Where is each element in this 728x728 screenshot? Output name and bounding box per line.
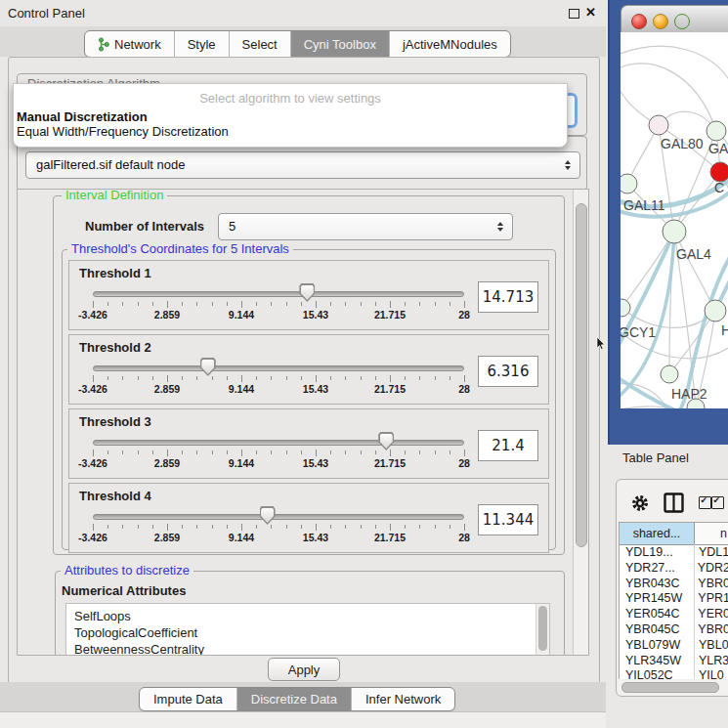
table-row[interactable]: YIL052CYIL0: [620, 668, 728, 679]
threshold-value-box[interactable]: 11.344: [478, 504, 538, 535]
slider-tick-labels: -3.4262.8599.14415.4321.71528: [93, 457, 464, 469]
tab-select[interactable]: Select: [230, 31, 291, 57]
table-row[interactable]: YDL19...YDL1: [620, 545, 728, 561]
spinner-arrows-icon[interactable]: [565, 160, 571, 170]
tab-label: Select: [242, 37, 278, 52]
settings-scroll-pane: Interval Definition Number of Intervals …: [17, 189, 589, 656]
table-panel-window: shared...n YDL19...YDL1YDR27...YDR2YBR04…: [616, 479, 728, 697]
threshold-value-box[interactable]: 21.4: [478, 430, 538, 461]
table-cell: YDR2: [693, 561, 728, 577]
slider-tick-labels: -3.4262.8599.14415.4321.71528: [93, 532, 464, 543]
table-horizontal-scrollbar[interactable]: [619, 681, 728, 692]
network-node[interactable]: [705, 300, 726, 321]
table-row[interactable]: YBR045CYBR0: [620, 622, 728, 638]
algorithm-option[interactable]: Equal Width/Frequency Discretization: [17, 124, 564, 139]
table-scrollbar-thumb[interactable]: [621, 682, 719, 693]
close-traffic-light-icon[interactable]: [631, 14, 647, 29]
tab-infer-network[interactable]: Infer Network: [352, 688, 454, 710]
checkbox-icon[interactable]: [711, 496, 724, 509]
threshold-slider[interactable]: -3.4262.8599.14415.4321.71528: [93, 484, 464, 552]
slider-thumb-icon[interactable]: [299, 283, 315, 302]
float-window-icon[interactable]: [569, 9, 579, 19]
number-of-intervals-label: Number of Intervals: [85, 219, 204, 234]
vertical-scrollbar[interactable]: [573, 190, 588, 655]
network-node[interactable]: [707, 121, 726, 141]
numerical-attributes-label: Numerical Attributes: [62, 583, 186, 598]
threshold-coordinates-group: Threshold's Coordinates for 5 Intervals …: [62, 249, 556, 550]
table-row[interactable]: YDR27...YDR2: [620, 561, 728, 577]
threshold-slider[interactable]: -3.4262.8599.14415.4321.71528: [93, 261, 464, 329]
table-column-header[interactable]: n: [695, 523, 728, 544]
tab-discretize-data[interactable]: Discretize Data: [237, 688, 352, 710]
column-separator: [694, 544, 695, 679]
tab-network[interactable]: Network: [85, 31, 175, 57]
threshold-panel: Threshold 2 -3.4262.8599.14415.4321.7152…: [68, 334, 549, 405]
slider-thumb-icon[interactable]: [260, 506, 276, 525]
threshold-panels: Threshold 1 -3.4262.8599.14415.4321.7152…: [68, 260, 549, 557]
gear-icon[interactable]: [630, 493, 650, 513]
table-row[interactable]: YBL079WYBL0: [620, 638, 728, 654]
threshold-value-box[interactable]: 14.713: [478, 281, 538, 313]
interval-definition-title: Interval Definition: [62, 189, 167, 202]
checkbox-icon[interactable]: [699, 496, 711, 509]
tab-jactivemnodules[interactable]: jActiveMNodules: [390, 31, 510, 57]
threshold-panel: Threshold 3 -3.4262.8599.14415.4321.7152…: [68, 408, 549, 479]
table-data-combobox[interactable]: galFiltered.sif default node: [25, 151, 580, 179]
node-table[interactable]: shared...n YDL19...YDL1YDR27...YDR2YBR04…: [619, 522, 728, 679]
attribute-list-item[interactable]: TopologicalCoefficient: [66, 624, 549, 641]
slider-track[interactable]: [93, 440, 464, 446]
slider-thumb-icon[interactable]: [200, 358, 216, 376]
network-tree-icon: [98, 37, 109, 52]
apply-button[interactable]: Apply: [268, 658, 340, 681]
network-node[interactable]: [663, 220, 686, 243]
zoom-traffic-light-icon[interactable]: [674, 14, 690, 29]
split-columns-icon[interactable]: [664, 492, 684, 513]
table-row[interactable]: YBR043CYBR0: [620, 577, 728, 592]
network-graph: GAL80GACGAL11GAL4GCY1HHAP2: [621, 32, 728, 408]
minimize-traffic-light-icon[interactable]: [653, 14, 668, 29]
table-cell: YBR043C: [620, 577, 693, 592]
table-cell: YDR27...: [620, 561, 693, 577]
network-node-label: HAP2: [671, 386, 707, 402]
list-scrollbar-thumb[interactable]: [538, 606, 547, 651]
attribute-list-item[interactable]: BetweennessCentrality: [66, 641, 549, 656]
attributes-group-title: Attributes to discretize: [61, 564, 193, 578]
tab-label: Cyni Toolbox: [304, 37, 376, 52]
table-cell: YDL19...: [620, 545, 694, 561]
tab-label: Discretize Data: [251, 692, 337, 707]
algorithm-option[interactable]: Manual Discretization: [17, 109, 564, 124]
slider-track[interactable]: [93, 514, 464, 520]
table-cell: YBR0: [693, 577, 728, 592]
network-node[interactable]: [649, 115, 668, 135]
close-icon[interactable]: ✕: [585, 5, 596, 20]
tab-style[interactable]: Style: [175, 31, 230, 57]
slider-track[interactable]: [93, 291, 464, 297]
network-canvas[interactable]: GAL80GACGAL11GAL4GCY1HHAP2: [621, 32, 728, 408]
dropdown-hint: Select algorithm to view settings: [14, 91, 567, 106]
network-node-label: GAL11: [623, 197, 665, 213]
numerical-attributes-list[interactable]: SelfLoopsTopologicalCoefficientBetweenne…: [65, 603, 550, 656]
vertical-scrollbar-thumb[interactable]: [576, 203, 587, 547]
table-column-header[interactable]: shared...: [620, 523, 695, 544]
threshold-slider[interactable]: -3.4262.8599.14415.4321.71528: [93, 335, 464, 404]
network-node[interactable]: [661, 365, 678, 383]
table-row[interactable]: YPR145WYPR1: [620, 591, 728, 607]
attribute-list-item[interactable]: SelfLoops: [66, 608, 549, 624]
threshold-value-box[interactable]: 6.316: [478, 356, 538, 387]
list-scrollbar[interactable]: [535, 604, 549, 656]
number-of-intervals-combobox[interactable]: 5: [218, 213, 513, 240]
table-row[interactable]: YER054CYER0: [620, 607, 728, 622]
slider-track[interactable]: [93, 365, 464, 371]
table-header-row: shared...n: [620, 523, 728, 545]
network-window-titlebar[interactable]: [621, 5, 728, 34]
threshold-slider[interactable]: -3.4262.8599.14415.4321.71528: [93, 409, 464, 478]
network-node[interactable]: [621, 299, 630, 317]
tab-impute-data[interactable]: Impute Data: [140, 688, 237, 710]
table-row[interactable]: YLR345WYLR3: [620, 654, 728, 669]
tab-cyni-toolbox[interactable]: Cyni Toolbox: [291, 31, 390, 57]
network-node[interactable]: [621, 174, 637, 193]
slider-thumb-icon[interactable]: [378, 432, 394, 450]
spinner-arrows-icon[interactable]: [497, 222, 503, 232]
network-node[interactable]: [710, 162, 728, 182]
tab-label: Impute Data: [153, 692, 223, 707]
